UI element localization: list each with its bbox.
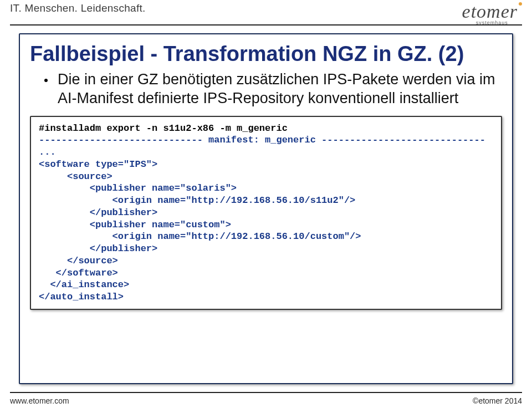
footer-divider <box>10 392 522 393</box>
bullet-text: Die in einer GZ benötigten zusätzlichen … <box>58 70 502 108</box>
slide-header: IT. Menschen. Leidenschaft. etomer syste… <box>10 2 522 32</box>
footer-url: www.etomer.com <box>10 396 69 405</box>
header-divider <box>10 24 522 26</box>
bullet-item: Die in einer GZ benötigten zusätzlichen … <box>44 70 502 108</box>
content-frame: Fallbeispiel - Transformation NGZ in GZ.… <box>19 33 513 384</box>
slide-footer: www.etomer.com ©etomer 2014 <box>10 392 522 409</box>
slide-page: IT. Menschen. Leidenschaft. etomer syste… <box>0 0 532 413</box>
brand-logo: etomer systemhaus <box>462 2 522 26</box>
slide-title: Fallbeispiel - Transformation NGZ in GZ.… <box>30 42 502 66</box>
logo-accent-dot <box>519 2 522 6</box>
footer-copyright: ©etomer 2014 <box>473 396 522 405</box>
code-command-line: #installadm export -n s11u2-x86 -m m_gen… <box>39 123 288 134</box>
code-block: #installadm export -n s11u2-x86 -m m_gen… <box>30 116 502 310</box>
logo-word: etomer <box>462 2 522 21</box>
code-body: ----------------------------- manifest: … <box>39 135 485 302</box>
bullet-dot-icon <box>44 79 48 82</box>
tagline-text: IT. Menschen. Leidenschaft. <box>10 2 522 14</box>
